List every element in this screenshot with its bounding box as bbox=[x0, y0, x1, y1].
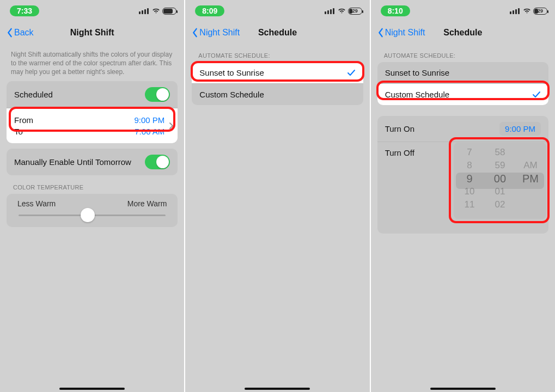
slider-knob[interactable] bbox=[81, 208, 95, 222]
screen-schedule-custom: 8:10 29 Night Shift Schedule AUTOMATE SC… bbox=[371, 0, 555, 392]
back-label: Night Shift bbox=[385, 28, 425, 38]
battery-icon bbox=[162, 8, 176, 15]
option-sunset-sunrise[interactable]: Sunset to Sunrise bbox=[377, 62, 548, 83]
turn-off-label: Turn Off bbox=[385, 148, 414, 157]
checkmark-icon bbox=[532, 91, 541, 99]
home-indicator[interactable] bbox=[59, 388, 125, 390]
back-label: Night Shift bbox=[199, 28, 240, 38]
status-bar: 8:09 29 bbox=[185, 0, 369, 22]
automate-header: AUTOMATE SCHEDULE: bbox=[371, 44, 555, 62]
automate-header: AUTOMATE SCHEDULE: bbox=[185, 44, 369, 62]
nav-bar: Night Shift Schedule bbox=[185, 22, 369, 44]
chevron-left-icon bbox=[377, 28, 384, 38]
home-indicator[interactable] bbox=[430, 388, 496, 390]
schedule-time-row[interactable]: From9:00 PM To7:00 AM bbox=[7, 108, 178, 143]
nav-bar: Back Night Shift bbox=[0, 22, 184, 44]
scheduled-group: Scheduled From9:00 PM To7:00 AM bbox=[7, 81, 178, 143]
automate-options-group: Sunset to Sunrise Custom Schedule bbox=[377, 62, 548, 105]
status-bar: 8:10 29 bbox=[371, 0, 555, 22]
scheduled-row[interactable]: Scheduled bbox=[7, 81, 178, 108]
turn-on-label: Turn On bbox=[385, 124, 414, 133]
more-warm-label: More Warm bbox=[127, 199, 167, 208]
automate-options-group: Sunset to Sunrise Custom Schedule bbox=[192, 62, 363, 105]
color-temp-slider[interactable] bbox=[19, 215, 166, 216]
screen-night-shift: 7:33 Back Night Shift Night Shift automa… bbox=[0, 0, 185, 392]
back-button[interactable]: Night Shift bbox=[377, 28, 425, 38]
status-time-pill: 8:10 bbox=[381, 5, 410, 16]
option-label: Custom Schedule bbox=[385, 90, 449, 99]
manual-toggle[interactable] bbox=[145, 155, 170, 169]
home-indicator[interactable] bbox=[245, 388, 310, 390]
scheduled-toggle[interactable] bbox=[145, 87, 170, 102]
option-label: Custom Schedule bbox=[199, 90, 264, 99]
description-text: Night Shift automatically shifts the col… bbox=[0, 44, 184, 81]
battery-icon: 29 bbox=[533, 8, 547, 15]
screen-schedule-sunset: 8:09 29 Night Shift Schedule AUTOMATE SC… bbox=[185, 0, 370, 392]
turn-on-time[interactable]: 9:00 PM bbox=[499, 122, 541, 136]
manual-label: Manually Enable Until Tomorrow bbox=[14, 157, 131, 167]
to-time: 7:00 AM bbox=[135, 127, 164, 136]
chevron-left-icon bbox=[192, 28, 198, 38]
checkmark-icon bbox=[347, 69, 356, 77]
option-custom-schedule[interactable]: Custom Schedule bbox=[192, 83, 363, 105]
wifi-icon bbox=[338, 8, 346, 14]
battery-icon: 29 bbox=[348, 8, 362, 15]
from-label: From bbox=[14, 115, 33, 125]
wifi-icon bbox=[523, 8, 531, 14]
option-label: Sunset to Sunrise bbox=[199, 68, 264, 77]
back-button[interactable]: Back bbox=[7, 28, 34, 38]
chevron-left-icon bbox=[7, 28, 13, 38]
status-icons: 29 bbox=[325, 8, 362, 15]
cell-signal-icon bbox=[325, 8, 334, 14]
scheduled-label: Scheduled bbox=[14, 90, 53, 99]
color-temp-header: COLOR TEMPERATURE bbox=[0, 175, 184, 194]
cell-signal-icon bbox=[510, 8, 520, 14]
option-sunset-sunrise[interactable]: Sunset to Sunrise bbox=[192, 62, 363, 83]
manual-group: Manually Enable Until Tomorrow bbox=[7, 149, 178, 175]
status-icons bbox=[139, 8, 176, 15]
chevron-right-icon bbox=[169, 122, 173, 130]
less-warm-label: Less Warm bbox=[17, 199, 56, 208]
manual-enable-row[interactable]: Manually Enable Until Tomorrow bbox=[7, 149, 178, 175]
nav-bar: Night Shift Schedule bbox=[371, 22, 555, 44]
option-label: Sunset to Sunrise bbox=[385, 68, 449, 77]
status-time-pill: 8:09 bbox=[195, 5, 224, 16]
wifi-icon bbox=[152, 8, 160, 14]
status-time-pill: 7:33 bbox=[10, 5, 39, 16]
color-temp-slider-row: Less Warm More Warm bbox=[7, 194, 178, 227]
time-picker[interactable]: 7 8 9 10 11 58 59 00 01 02 AM PM bbox=[454, 143, 546, 219]
cell-signal-icon bbox=[139, 8, 149, 14]
back-label: Back bbox=[14, 28, 34, 38]
back-button[interactable]: Night Shift bbox=[192, 28, 240, 38]
option-custom-schedule[interactable]: Custom Schedule bbox=[377, 83, 548, 105]
from-time: 9:00 PM bbox=[134, 115, 164, 125]
status-icons: 29 bbox=[510, 8, 547, 15]
turn-on-row[interactable]: Turn On 9:00 PM bbox=[377, 116, 548, 142]
status-bar: 7:33 bbox=[0, 0, 184, 22]
to-label: To bbox=[14, 127, 23, 136]
